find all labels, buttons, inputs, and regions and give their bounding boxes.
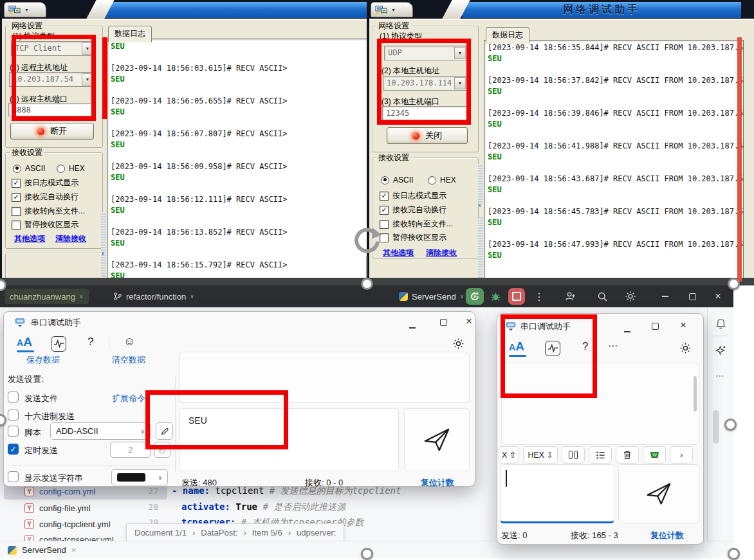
titlebar[interactable]: 网络调试助手	[462, 2, 741, 18]
clear-receive-link[interactable]: 清除接收	[55, 233, 86, 244]
clear-data-link[interactable]: 清空数据	[112, 354, 145, 366]
tree-row[interactable]: Yconfig-file.yml	[4, 500, 167, 516]
script-checkbox[interactable]	[8, 426, 19, 437]
script-select[interactable]: ADD-ASCII∨	[50, 422, 151, 440]
dropdown-arrow-icon[interactable]: ▼	[454, 77, 466, 89]
font-settings-button[interactable]: AA	[509, 339, 524, 354]
resize-handle[interactable]	[724, 419, 737, 431]
dropdown-arrow-icon[interactable]: ▼	[454, 47, 466, 59]
close-button[interactable]: ×	[466, 316, 472, 326]
settings-button[interactable]	[679, 342, 692, 357]
ai-assistant-button[interactable]	[715, 345, 727, 359]
resize-handle[interactable]	[728, 548, 740, 560]
list-button[interactable]	[589, 446, 612, 464]
timed-send-checkbox[interactable]: ✓	[8, 444, 19, 455]
titlebar[interactable]	[105, 2, 367, 18]
help-icon[interactable]: ?	[582, 340, 588, 353]
more-actions-button[interactable]: ⋮	[531, 289, 547, 303]
local-port-input[interactable]: 12345	[382, 106, 467, 120]
resize-handle[interactable]	[361, 548, 373, 560]
string-color-select[interactable]: ∨	[111, 469, 168, 485]
code-line[interactable]: activate: True # 是否启动此推送源	[181, 501, 345, 513]
minimize-button[interactable]	[624, 324, 630, 334]
port-button[interactable]	[643, 446, 666, 464]
hex-send-toggle[interactable]: X⇧	[499, 446, 519, 464]
rotate-handle-icon[interactable]	[350, 226, 383, 257]
smiley-icon[interactable]: ☺	[124, 335, 135, 348]
clear-button[interactable]	[616, 446, 639, 464]
tab-data-log[interactable]: 数据日志	[108, 26, 152, 42]
reset-counter-link[interactable]: 复位计数	[421, 477, 454, 489]
send-textarea[interactable]: SEU	[179, 408, 399, 471]
settings-button[interactable]	[623, 289, 638, 303]
protocol-select[interactable]: UDP ▼	[384, 46, 467, 60]
system-menu-chip[interactable]: ▼	[4, 2, 46, 17]
maximize-button[interactable]	[440, 318, 447, 327]
tab-data-log[interactable]: 数据日志	[486, 27, 529, 44]
receive-area[interactable]	[179, 352, 470, 403]
reset-counter-link[interactable]: 复位计数	[650, 530, 684, 541]
local-host-select[interactable]: 10.203.178.114 ▼	[383, 76, 467, 91]
waveform-button[interactable]	[545, 341, 560, 356]
dropdown-arrow-icon[interactable]: ▼	[82, 42, 93, 55]
search-button[interactable]	[594, 289, 610, 303]
show-send-string-checkbox[interactable]	[8, 471, 19, 482]
stop-button[interactable]	[508, 288, 525, 305]
maximize-button[interactable]	[685, 289, 700, 303]
send-button[interactable]	[618, 464, 699, 523]
scrollbar[interactable]	[713, 410, 719, 444]
to-file-checkbox[interactable]: 接收转向至文件...	[12, 206, 85, 217]
save-data-link[interactable]: 保存数据	[26, 354, 60, 366]
other-options-link[interactable]: 其他选项	[14, 233, 45, 244]
waveform-button[interactable]	[51, 336, 66, 352]
close-button[interactable]: ×	[710, 289, 726, 303]
other-options-link[interactable]: 其他选项	[383, 248, 414, 258]
project-selector[interactable]: chuanzhuanwang∨	[5, 289, 89, 304]
close-button[interactable]: ×	[680, 320, 686, 330]
hex-display-toggle[interactable]: HEX⇩	[523, 446, 558, 464]
pause-display-checkbox[interactable]: 暂停接收区显示	[380, 232, 446, 243]
more-tools-button[interactable]: ⋯	[715, 370, 724, 381]
font-settings-button[interactable]: AA	[17, 335, 32, 349]
auto-wrap-checkbox[interactable]: ✓接收完自动换行	[12, 192, 78, 203]
settings-button[interactable]	[452, 338, 464, 352]
timed-interval-input[interactable]: 2	[110, 442, 151, 458]
debug-button[interactable]	[488, 289, 503, 303]
receive-area[interactable]	[501, 363, 699, 445]
scrollbar[interactable]	[694, 376, 697, 411]
splitter[interactable]	[478, 217, 483, 278]
collapse-chevron-icon[interactable]: ‹	[102, 249, 104, 258]
close-icon[interactable]: ×	[71, 545, 77, 555]
remote-host-select[interactable]: 10.203.187.54 ▼	[9, 72, 95, 87]
close-connection-button[interactable]: 关闭	[387, 127, 468, 144]
send-file-checkbox[interactable]	[8, 392, 19, 402]
to-file-checkbox[interactable]: 接收转向至文件...	[380, 219, 453, 230]
send-input[interactable]	[500, 464, 614, 523]
ascii-radio[interactable]: ASCII	[13, 164, 45, 173]
log-mode-checkbox[interactable]: ✓按日志模式显示	[380, 190, 446, 201]
hex-radio[interactable]: HEX	[428, 176, 456, 185]
pause-display-checkbox[interactable]: 暂停接收区显示	[12, 219, 78, 230]
rerun-button[interactable]	[466, 288, 484, 305]
more-icon[interactable]: ⋯	[608, 340, 618, 352]
edit-script-button[interactable]	[156, 422, 173, 440]
log-mode-checkbox[interactable]: ✓按日志模式显示	[12, 177, 78, 188]
auto-wrap-checkbox[interactable]: ✓接收完自动换行	[380, 204, 446, 215]
remote-port-input[interactable]: 8888	[8, 103, 95, 116]
pause-button[interactable]	[562, 446, 585, 464]
disconnect-button[interactable]: 断开	[10, 123, 94, 140]
add-user-button[interactable]	[562, 289, 578, 303]
collapse-chevron-icon[interactable]: ‹	[479, 201, 481, 210]
notifications-button[interactable]	[715, 318, 727, 332]
maximize-button[interactable]	[652, 321, 659, 331]
help-icon[interactable]: ?	[87, 336, 93, 348]
breadcrumb[interactable]: Document 1/1› DataPost:› Item 5/6› udpse…	[126, 523, 344, 542]
resize-handle[interactable]	[728, 278, 740, 290]
minimize-button[interactable]	[409, 320, 416, 330]
extended-commands-link[interactable]: 扩展命令	[112, 393, 145, 404]
splitter[interactable]	[478, 164, 483, 203]
ascii-radio[interactable]: ASCII	[381, 176, 413, 185]
data-log[interactable]: SEU [2023-09-14 18:56:03.615]# RECV ASCI…	[107, 39, 371, 282]
run-config-selector[interactable]: ServerSend∨	[394, 289, 469, 304]
splitter[interactable]	[101, 212, 106, 276]
